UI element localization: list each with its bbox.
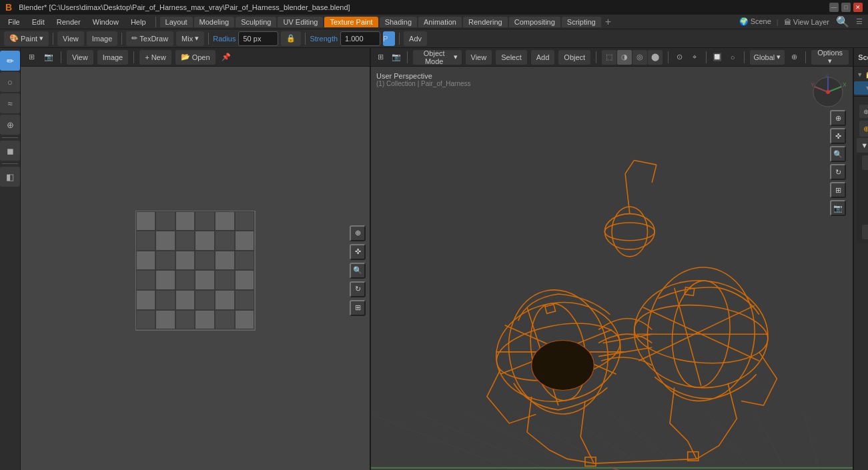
close-button[interactable]: ✕ bbox=[853, 3, 863, 12]
workspace-uv-editing[interactable]: UV Editing bbox=[278, 17, 323, 27]
img-open-btn[interactable]: 📂 Open bbox=[175, 50, 215, 65]
vp-gizmo-btn[interactable]: ⌖ bbox=[689, 51, 701, 64]
vp-select-menu[interactable]: Select bbox=[496, 50, 527, 65]
global-coords-dropdown[interactable]: Global ▾ bbox=[750, 50, 785, 65]
object-mode-dropdown[interactable]: Object Mode ▾ bbox=[413, 50, 462, 65]
img-nav-frame[interactable]: ⊞ bbox=[350, 300, 366, 316]
mode-switcher-btn[interactable]: 🎨 Paint ▾ bbox=[4, 31, 49, 46]
img-view-menu[interactable]: View bbox=[67, 50, 93, 65]
svg-line-38 bbox=[625, 160, 634, 173]
vp-nav-zoom[interactable]: 🔍 bbox=[830, 146, 846, 162]
select-box-display[interactable]: ⊕ Select Box bbox=[859, 121, 868, 137]
shade-material-btn[interactable]: ◎ bbox=[632, 50, 647, 65]
view-menu-btn[interactable]: View bbox=[57, 31, 84, 46]
img-nav-zoom[interactable]: 🔍 bbox=[350, 263, 366, 279]
img-nav-grab[interactable]: ✜ bbox=[350, 244, 366, 260]
vp-options-btn[interactable]: Options ▾ bbox=[811, 50, 849, 65]
advanced-btn[interactable]: Adv bbox=[404, 31, 427, 46]
shade-render-btn[interactable]: ⬤ bbox=[648, 50, 663, 65]
vp-add-menu[interactable]: Add bbox=[531, 50, 555, 65]
shade-wire-btn[interactable]: ⬚ bbox=[602, 50, 616, 65]
workspace-shading[interactable]: Shading bbox=[380, 17, 417, 27]
vp-view-menu[interactable]: View bbox=[466, 50, 492, 65]
filter-icon[interactable]: ☰ bbox=[856, 17, 863, 26]
svg-text:Y: Y bbox=[811, 81, 815, 88]
select-cursor-icon: ⊕ bbox=[863, 125, 868, 133]
transform-header[interactable]: ▼ Transform bbox=[862, 155, 868, 170]
vp-cam-icon[interactable]: 📷 bbox=[390, 51, 402, 64]
smear-tool-btn[interactable]: ≈ bbox=[0, 93, 20, 113]
img-nav-cursor[interactable]: ⊕ bbox=[350, 225, 366, 241]
clone-tool-btn[interactable]: ⊕ bbox=[0, 115, 20, 135]
window-controls[interactable]: — □ ✕ bbox=[829, 3, 863, 12]
radius-input[interactable] bbox=[238, 31, 278, 46]
menu-separator-1 bbox=[155, 17, 156, 27]
vp-overlay-btn[interactable]: ⊙ bbox=[674, 51, 685, 64]
workspace-modeling[interactable]: Modeling bbox=[194, 17, 235, 27]
menu-help[interactable]: Help bbox=[125, 17, 151, 27]
draw-tool-btn[interactable]: ✏ bbox=[0, 51, 20, 71]
workspace-animation[interactable]: Animation bbox=[418, 17, 462, 27]
viewport-3d-canvas[interactable]: User Perspective (1) Collection | Pair_o… bbox=[371, 67, 853, 470]
view-cube[interactable]: X Y Z bbox=[809, 73, 846, 110]
menu-file[interactable]: File bbox=[3, 17, 25, 27]
workspace-scripting[interactable]: Scripting bbox=[562, 17, 601, 27]
menu-window[interactable]: Window bbox=[87, 17, 124, 27]
workspace-layout[interactable]: Layout bbox=[160, 17, 193, 27]
gizmo-move-icon[interactable]: ⊕ bbox=[859, 105, 868, 118]
vp-snap-btn[interactable]: 🔲 bbox=[712, 51, 723, 64]
blend-mode-btn[interactable]: Mix ▾ bbox=[176, 31, 204, 46]
workspace-texture-paint[interactable]: Texture Paint bbox=[324, 17, 378, 27]
workspace-sculpting[interactable]: Sculpting bbox=[236, 17, 276, 27]
scene-label[interactable]: 🌍 Scene bbox=[739, 17, 771, 26]
brush-type-btn[interactable]: ✏ TexDraw bbox=[126, 31, 173, 46]
mode-icon: 🎨 bbox=[9, 34, 19, 43]
fill-tool-btn[interactable]: ◼ bbox=[0, 141, 20, 161]
workspace-compositing[interactable]: Compositing bbox=[509, 17, 560, 27]
add-workspace-icon[interactable]: + bbox=[605, 16, 611, 28]
outliner-item-harness[interactable]: ▼ ▽ Pair_of_Harness 👁 bbox=[854, 81, 868, 95]
strength-toggle-btn[interactable]: P bbox=[383, 31, 395, 46]
mask-tool-btn[interactable]: ◧ bbox=[0, 167, 20, 187]
image-editor-canvas[interactable]: ⊕ ✜ 🔍 ↻ ⊞ bbox=[21, 67, 370, 470]
workspace-header[interactable]: ▶ Workspace bbox=[862, 225, 868, 239]
outliner-tree: ▼ 📁 Collection 👁 ▼ ▽ Pair_of_Harness 👁 bbox=[854, 67, 868, 96]
image-menu-btn[interactable]: Image bbox=[87, 31, 118, 46]
breadcrumb-sub: (1) Collection | Pair_of_Harness bbox=[376, 80, 471, 87]
vp-nav-camera[interactable]: 📷 bbox=[830, 200, 846, 216]
vp-nav-cursor[interactable]: ⊕ bbox=[830, 110, 846, 126]
svg-point-34 bbox=[604, 214, 655, 249]
menu-edit[interactable]: Edit bbox=[27, 17, 50, 27]
strength-input[interactable] bbox=[340, 31, 380, 46]
options-section-header[interactable]: ▼ Options bbox=[857, 138, 868, 153]
texture-canvas[interactable] bbox=[135, 211, 256, 331]
radius-lock-btn[interactable]: 🔒 bbox=[281, 31, 301, 46]
workspace-rendering[interactable]: Rendering bbox=[463, 17, 508, 27]
menu-render[interactable]: Render bbox=[51, 17, 86, 27]
img-cam-btn[interactable]: 📷 bbox=[42, 51, 55, 64]
svg-rect-46 bbox=[585, 457, 596, 466]
vp-mode-icon[interactable]: ⊞ bbox=[375, 51, 386, 64]
svg-line-32 bbox=[675, 288, 701, 386]
vp-nav-rotate[interactable]: ↻ bbox=[830, 164, 846, 180]
vp-object-menu[interactable]: Object bbox=[558, 50, 590, 65]
vp-transform-pivot-btn[interactable]: ⊕ bbox=[789, 51, 800, 64]
img-view-btn[interactable]: ⊞ bbox=[25, 51, 38, 64]
shade-solid-btn[interactable]: ◑ bbox=[617, 50, 632, 65]
view-layer-label[interactable]: 🏛 View Layer bbox=[784, 18, 829, 26]
viewport-3d-header: ⊞ 📷 Object Mode ▾ View Select Add Object… bbox=[371, 48, 853, 67]
vp-nav-move[interactable]: ✜ bbox=[830, 128, 846, 144]
vp-proportional-btn[interactable]: ○ bbox=[727, 51, 739, 64]
title-bar: B Blender* [C:\Users\dimax\Desktop\Pair_… bbox=[0, 0, 868, 15]
img-nav-rotate[interactable]: ↻ bbox=[350, 281, 366, 297]
maximize-button[interactable]: □ bbox=[841, 3, 851, 12]
vp-nav-frame[interactable]: ⊞ bbox=[830, 182, 846, 198]
img-new-btn[interactable]: + New bbox=[139, 50, 171, 65]
soften-tool-btn[interactable]: ○ bbox=[0, 72, 20, 92]
minimize-button[interactable]: — bbox=[829, 3, 839, 12]
img-image-menu[interactable]: Image bbox=[97, 50, 129, 65]
outliner-item-collection[interactable]: ▼ 📁 Collection 👁 bbox=[854, 68, 868, 81]
img-pin-btn[interactable]: 📌 bbox=[220, 51, 233, 64]
search-icon[interactable]: 🔍 bbox=[836, 15, 849, 28]
blend-chevron: ▾ bbox=[195, 34, 199, 43]
